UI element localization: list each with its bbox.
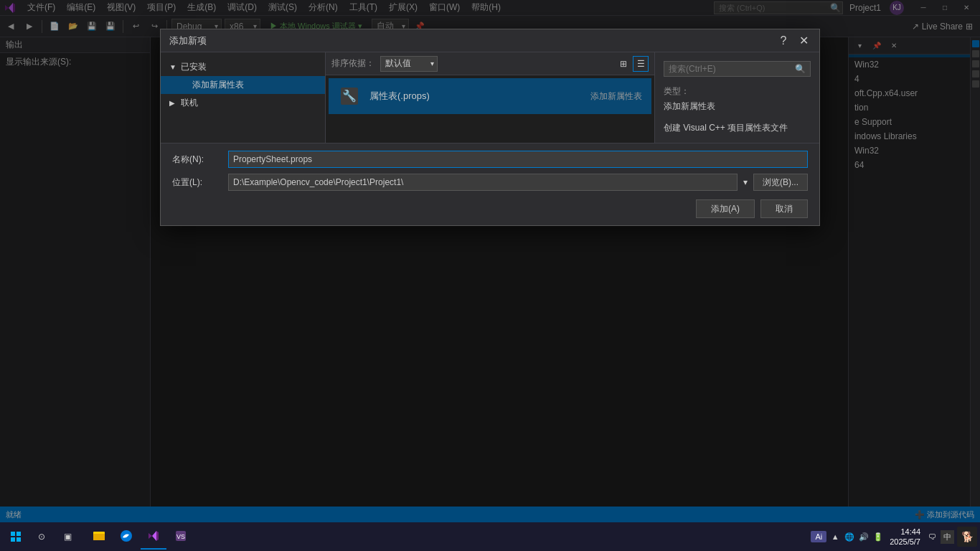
grid-view-button[interactable]: ⊞ xyxy=(616,56,631,72)
dog-icon: 🐕 xyxy=(957,527,977,547)
ai-badge[interactable]: Ai xyxy=(811,531,826,542)
location-label: 位置(L): xyxy=(172,176,222,189)
footer-name-row: 名称(N): xyxy=(172,151,808,168)
info-description: 创建 Visual C++ 项目属性表文件 xyxy=(664,121,811,134)
dropdown-btn[interactable]: ▾ xyxy=(743,177,748,187)
modal-title: 添加新项 xyxy=(169,34,207,47)
add-new-item-dialog: 添加新项 ? ✕ ▼ 已安装 添加新属性表 ▶ 联机 xyxy=(160,29,820,226)
system-clock[interactable]: 14:44 2025/5/7 xyxy=(887,527,923,547)
location-input[interactable] xyxy=(228,174,738,191)
taskview-icon: ▣ xyxy=(64,532,72,542)
taskbar-app-purple[interactable]: VS xyxy=(168,524,194,550)
tray-icon-1[interactable]: ▲ xyxy=(829,531,841,542)
modal-tree: ▼ 已安装 添加新属性表 ▶ 联机 xyxy=(161,52,326,143)
clock-time: 14:44 xyxy=(890,527,920,537)
start-button[interactable] xyxy=(3,524,29,550)
svg-rect-2 xyxy=(11,537,15,542)
tree-expand-icon: ▼ xyxy=(169,63,178,71)
modal-list: 排序依据： 默认值 ⊞ ☰ 🔧 xyxy=(326,52,654,143)
svg-rect-1 xyxy=(17,532,21,536)
search-taskbar-button[interactable]: ⊙ xyxy=(29,524,55,550)
footer-actions: 添加(A) 取消 xyxy=(172,199,808,218)
taskbar-app-explorer[interactable] xyxy=(86,524,112,550)
cancel-button[interactable]: 取消 xyxy=(760,199,808,218)
modal-search-input[interactable] xyxy=(669,64,792,74)
tree-node-add-property-sheet[interactable]: 添加新属性表 xyxy=(161,76,325,94)
modal-search-box[interactable]: 🔍 xyxy=(664,61,811,77)
tree-collapsed-icon: ▶ xyxy=(169,99,178,107)
list-item-add-label: 添加新属性表 xyxy=(590,90,642,103)
name-input[interactable] xyxy=(228,151,808,168)
info-type-label: 类型： xyxy=(664,85,811,98)
tree-node-installed-label: 已安装 xyxy=(181,61,207,73)
tree-child-label-2: 联机 xyxy=(181,97,198,109)
taskbar: ⊙ ▣ VS xyxy=(0,522,980,551)
taskview-button[interactable]: ▣ xyxy=(55,524,80,550)
svg-text:VS: VS xyxy=(176,533,185,540)
lang-indicator[interactable]: 中 xyxy=(941,530,954,544)
browse-button[interactable]: 浏览(B)... xyxy=(753,174,808,191)
taskbar-right: Ai ▲ 🌐 🔊 🔋 14:44 2025/5/7 🗨 中 🐕 xyxy=(808,527,977,547)
modal-close-button[interactable]: ✕ xyxy=(796,34,811,48)
tree-child-label-1: 添加新属性表 xyxy=(192,79,244,91)
taskbar-apps: VS xyxy=(86,524,194,550)
sort-label: 排序依据： xyxy=(331,57,374,70)
list-view-button[interactable]: ☰ xyxy=(633,56,649,72)
tree-node-online[interactable]: ▶ 联机 xyxy=(161,94,325,112)
modal-help-button[interactable]: ? xyxy=(776,34,791,48)
sort-dropdown[interactable]: 默认值 xyxy=(380,56,438,72)
modal-footer: 名称(N): 位置(L): ▾ 浏览(B)... 添加(A) 取消 xyxy=(161,143,819,225)
list-item-text: 属性表(.props) xyxy=(369,90,590,103)
view-icons: ⊞ ☰ xyxy=(616,56,649,72)
tray-volume-icon[interactable]: 🔊 xyxy=(858,531,870,542)
svg-rect-0 xyxy=(11,532,15,536)
tree-node-installed[interactable]: ▼ 已安装 xyxy=(161,58,325,76)
modal-info: 🔍 类型： 添加新属性表 创建 Visual C++ 项目属性表文件 xyxy=(654,52,819,143)
svg-rect-5 xyxy=(93,534,105,540)
list-item-property-sheet[interactable]: 🔧 属性表(.props) 添加新属性表 xyxy=(329,78,651,114)
svg-rect-3 xyxy=(17,537,21,542)
footer-location-row: 位置(L): ▾ 浏览(B)... xyxy=(172,174,808,191)
tray-battery-icon[interactable]: 🔋 xyxy=(872,531,884,542)
clock-date: 2025/5/7 xyxy=(890,537,920,547)
sort-value: 默认值 xyxy=(385,57,411,70)
tray-network-icon[interactable]: 🌐 xyxy=(844,531,855,542)
modal-title-controls: ? ✕ xyxy=(776,34,811,48)
info-type-value: 添加新属性表 xyxy=(664,100,811,113)
modal-body: ▼ 已安装 添加新属性表 ▶ 联机 排序依据： 默认值 xyxy=(161,52,819,143)
modal-list-content: 🔧 属性表(.props) 添加新属性表 xyxy=(326,75,654,143)
modal-list-toolbar: 排序依据： 默认值 ⊞ ☰ xyxy=(326,52,654,75)
modal-search-icon: 🔍 xyxy=(795,64,806,74)
notification-icon[interactable]: 🗨 xyxy=(926,531,938,542)
add-button[interactable]: 添加(A) xyxy=(696,199,755,218)
svg-text:🔧: 🔧 xyxy=(342,89,357,103)
wrench-icon: 🔧 xyxy=(338,85,361,108)
taskbar-app-vs[interactable] xyxy=(141,524,166,550)
modal-title-bar: 添加新项 ? ✕ xyxy=(161,29,819,52)
list-item-name: 属性表(.props) xyxy=(369,90,590,103)
search-taskbar-icon: ⊙ xyxy=(38,532,45,542)
name-label: 名称(N): xyxy=(172,154,222,166)
modal-overlay: 添加新项 ? ✕ ▼ 已安装 添加新属性表 ▶ 联机 xyxy=(0,0,980,551)
taskbar-app-edge[interactable] xyxy=(113,524,139,550)
